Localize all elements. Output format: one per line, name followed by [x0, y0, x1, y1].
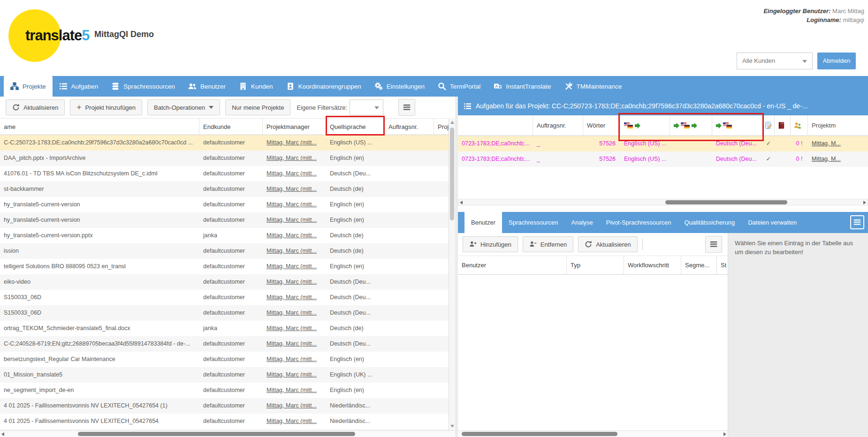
project-manager-link[interactable]: Mittag, Marc (mitt...	[263, 398, 326, 414]
column-header-auftragsnr[interactable]: Auftragsnr.	[385, 119, 434, 135]
project-row[interactable]: S150033_06D defaultcustomer Mittag, Marc…	[0, 290, 449, 305]
column-header-target-language[interactable]	[712, 115, 762, 136]
nav-tab-einstellungen[interactable]: Einstellungen	[368, 76, 431, 97]
scroll-down-arrow-icon[interactable]	[450, 425, 454, 428]
scrollbar-thumb[interactable]	[462, 432, 617, 436]
project-manager-link[interactable]: Mittag, Marc (mitt...	[263, 336, 326, 352]
users-grid-menu-button[interactable]	[705, 236, 722, 253]
project-row[interactable]: DAA_pitch.pptx - ImportArchive defaultcu…	[0, 151, 449, 166]
detail-tab[interactable]: Analyse	[565, 212, 600, 233]
scroll-right-arrow-icon[interactable]	[723, 432, 726, 436]
projects-horizontal-scrollbar[interactable]	[0, 430, 455, 437]
nav-tab-kunden[interactable]: Kunden	[232, 76, 280, 97]
project-manager-link[interactable]: Mittag, Marc (mitt...	[263, 151, 326, 166]
detail-tab[interactable]: Dateien verwalten	[741, 212, 803, 233]
refresh-users-button[interactable]: Aktualisieren	[578, 236, 637, 252]
project-row[interactable]: 41076.01 - TD TBS MA isCon Blitzschutzsy…	[0, 166, 449, 181]
column-header-projekt[interactable]: Projektl	[434, 119, 449, 135]
nav-tab-termportal[interactable]: TermPortal	[431, 76, 487, 97]
project-manager-link[interactable]: Mittag, Marc (mitt...	[263, 290, 326, 305]
task-error-count-cell[interactable]: 0 !	[791, 151, 808, 167]
project-manager-link[interactable]: Mittag, Marc (mitt...	[263, 274, 326, 290]
project-manager-link[interactable]: Mittag, Marc (mitt...	[263, 243, 326, 259]
project-manager-link[interactable]: Mittag, Marc (mitt...	[263, 135, 326, 151]
only-my-projects-toggle[interactable]: Nur meine Projekte	[225, 99, 290, 115]
project-row[interactable]: 4 01 2025 - Faillissementsvonnis NV LEXI…	[0, 414, 449, 429]
detail-tab[interactable]: Benutzer	[464, 212, 502, 233]
project-manager-link[interactable]: Mittag, Marc (mitt...	[263, 383, 326, 398]
project-manager-link[interactable]: Mittag, Marc (mitt...	[263, 197, 326, 212]
project-row[interactable]: hy_translate5-current-version defaultcus…	[0, 212, 449, 228]
scrollbar-thumb[interactable]	[665, 200, 787, 204]
nav-tab-tmmaintenance[interactable]: TMMaintenance	[558, 76, 629, 97]
project-manager-link[interactable]: Mittag, Marc (mitt...	[263, 212, 326, 228]
scrollbar-thumb[interactable]	[78, 432, 355, 436]
customer-filter-select[interactable]: Alle Kunden	[737, 53, 813, 69]
scroll-left-arrow-icon[interactable]	[1, 432, 4, 436]
projects-grid-menu-button[interactable]	[398, 99, 415, 116]
project-row[interactable]: ission defaultcustomer Mittag, Marc (mit…	[0, 243, 449, 259]
project-manager-link[interactable]: Mittag, Marc (mitt...	[263, 305, 326, 321]
scroll-left-arrow-icon[interactable]	[460, 201, 463, 204]
column-header-status[interactable]: St	[717, 256, 728, 274]
project-row[interactable]: S150033_06D defaultcustomer Mittag, Marc…	[0, 305, 449, 321]
batch-operations-button[interactable]: Batch-Operationen	[147, 99, 220, 115]
project-manager-link[interactable]: Mittag, Marc (mitt...	[263, 181, 326, 197]
nav-tab-benutzer[interactable]: Benutzer	[182, 76, 232, 97]
column-header-name[interactable]: ame	[0, 119, 199, 135]
task-manager-link[interactable]: Mittag, M...	[808, 136, 868, 151]
column-header-endkunde[interactable]: Endkunde	[199, 119, 263, 135]
column-header-workflowschritt[interactable]: Workflowschritt	[624, 256, 681, 274]
column-header-users[interactable]	[791, 115, 808, 136]
remove-user-button[interactable]: Entfernen	[523, 236, 573, 252]
scrollbar-thumb[interactable]	[450, 128, 454, 220]
detail-tab[interactable]: Qualitätssicherung	[678, 212, 742, 233]
scroll-right-arrow-icon[interactable]	[863, 201, 866, 204]
nav-tab-instanttranslate[interactable]: A InstantTranslate	[487, 76, 557, 97]
project-row[interactable]: telligent Solutions BRO 888095 0523 en_t…	[0, 259, 449, 274]
project-manager-link[interactable]: Mittag, Marc (mitt...	[263, 352, 326, 367]
column-header-task-name[interactable]	[458, 115, 533, 136]
projects-vertical-scrollbar[interactable]	[449, 118, 455, 430]
task-manager-link[interactable]: Mittag, M...	[808, 151, 868, 167]
task-row[interactable]: 0723-1783;DE;ca0nchb;... _ 57526 Englisc…	[458, 136, 868, 151]
project-row[interactable]: bersetzungstext_Regular Car Maintenance …	[0, 352, 449, 367]
project-manager-link[interactable]: Mittag, Marc (mitt...	[263, 166, 326, 181]
column-header-projektmanager[interactable]: Projektmanager	[263, 119, 326, 135]
project-row[interactable]: st-backkammer defaultcustomer Mittag, Ma…	[0, 181, 449, 197]
detail-tab[interactable]: Sprachressourcen	[502, 212, 565, 233]
column-header-projektmanager[interactable]: Projektm	[808, 115, 868, 136]
task-row[interactable]: 0723-1783;DE;ca0nchb;... _ 57526 Englisc…	[458, 151, 868, 167]
project-row[interactable]: ortrag_TEKOM_Schmieder-translate5_final.…	[0, 321, 449, 336]
nav-tab-sprachressourcen[interactable]: Sprachressourcen	[105, 76, 182, 97]
project-manager-link[interactable]: Mittag, Marc (mitt...	[263, 259, 326, 274]
nav-tab-projekte[interactable]: Projekte	[4, 76, 53, 97]
column-header-typ[interactable]: Typ	[567, 256, 624, 274]
nav-tab-aufgaben[interactable]: Aufgaben	[53, 76, 105, 97]
task-error-count-cell[interactable]: 0 !	[791, 136, 808, 151]
project-row[interactable]: C-C;240528-6719;EN;gltz;26889705becaa3f4…	[0, 336, 449, 352]
column-header-woerter[interactable]: Wörter	[583, 115, 620, 136]
tasks-horizontal-scrollbar[interactable]	[458, 199, 868, 205]
column-header-edit-task[interactable]	[762, 115, 775, 136]
nav-tab-koordinatorengruppen[interactable]: Koordinatorengruppen	[280, 76, 368, 97]
project-manager-link[interactable]: Mittag, Marc (mitt...	[263, 367, 326, 383]
project-manager-link[interactable]: Mittag, Marc (mitt...	[263, 321, 326, 336]
project-row[interactable]: C-C;250723-1783;DE;ca0nchb;29f7596c37d3c…	[0, 135, 449, 151]
column-header-segmente[interactable]: Segme...	[681, 256, 717, 274]
column-header-terminology[interactable]	[775, 115, 791, 136]
project-manager-link[interactable]: Mittag, Marc (mitt...	[263, 228, 326, 243]
project-manager-link[interactable]: Mittag, Marc (mitt...	[263, 414, 326, 429]
refresh-projects-button[interactable]: Aktualisieren	[6, 99, 65, 115]
column-header-source-language[interactable]	[620, 115, 670, 136]
logout-button[interactable]: Abmelden	[817, 53, 856, 69]
project-row[interactable]: eiko-video defaultcustomer Mittag, Marc …	[0, 274, 449, 290]
scroll-up-arrow-icon[interactable]	[450, 121, 454, 124]
project-row[interactable]: 4 01 2025 - Faillissementsvonnis NV LEXI…	[0, 398, 449, 414]
project-row[interactable]: hy_translate5-current-version defaultcus…	[0, 197, 449, 212]
project-row[interactable]: ne_segment_import_de-en defaultcustomer …	[0, 383, 449, 398]
column-header-benutzer[interactable]: Benutzer	[458, 256, 567, 274]
detail-tab[interactable]: Pivot-Sprachressourcen	[600, 212, 678, 233]
column-header-pivot-language[interactable]	[670, 115, 712, 136]
users-horizontal-scrollbar[interactable]	[458, 430, 728, 437]
